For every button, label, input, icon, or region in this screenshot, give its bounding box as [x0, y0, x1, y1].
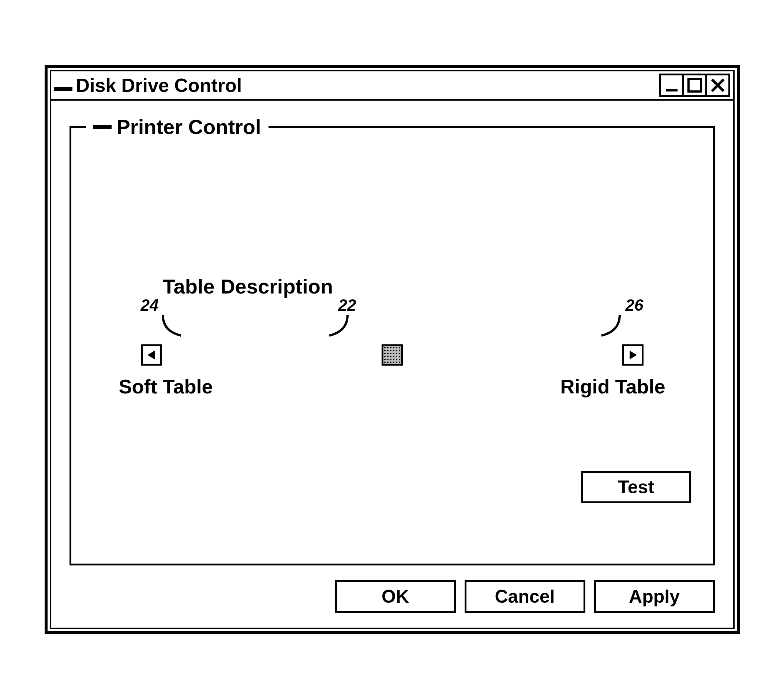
- callout-left-arrow: 24: [141, 296, 159, 315]
- group-legend: Printer Control: [86, 115, 268, 139]
- callout-curve-22: [324, 313, 353, 338]
- slider-thumb[interactable]: [382, 345, 403, 366]
- slider-label-left: Soft Table: [119, 375, 213, 398]
- callout-curve-24: [159, 313, 189, 338]
- test-row: Test: [89, 471, 691, 503]
- callout-thumb: 22: [338, 296, 356, 315]
- window-controls: [661, 74, 730, 97]
- svg-marker-5: [630, 351, 637, 359]
- dialog-inner: Disk Drive Control: [50, 70, 734, 629]
- slider-left-arrow-button[interactable]: [141, 345, 162, 366]
- apply-button[interactable]: Apply: [594, 580, 715, 613]
- callout-curve-26: [596, 313, 625, 338]
- title-decoration: [54, 87, 73, 91]
- minimize-icon: [664, 77, 680, 93]
- title-left: Disk Drive Control: [54, 74, 242, 96]
- slider-heading: Table Description: [163, 275, 695, 298]
- test-button[interactable]: Test: [581, 471, 691, 503]
- ok-button[interactable]: OK: [335, 580, 456, 613]
- printer-control-group: Printer Control Table Description 24 22: [69, 126, 715, 565]
- dialog-content: Printer Control Table Description 24 22: [51, 101, 733, 628]
- maximize-icon: [687, 77, 703, 93]
- close-button[interactable]: [705, 74, 730, 97]
- slider-label-right: Rigid Table: [560, 375, 665, 398]
- triangle-right-icon: [627, 350, 638, 361]
- slider-labels: Soft Table Rigid Table: [119, 375, 665, 398]
- dialog-window: Disk Drive Control: [45, 65, 740, 634]
- slider-right-arrow-button[interactable]: [622, 345, 643, 366]
- slider-area: Table Description 24 22 26: [89, 275, 695, 503]
- cancel-button[interactable]: Cancel: [465, 580, 586, 613]
- triangle-left-icon: [146, 350, 157, 361]
- window-title: Disk Drive Control: [76, 74, 242, 96]
- slider-track[interactable]: [141, 342, 643, 368]
- legend-decoration: [93, 125, 112, 129]
- maximize-button[interactable]: [682, 74, 707, 97]
- svg-marker-4: [147, 351, 155, 359]
- callouts: 24 22 26: [119, 302, 665, 342]
- svg-rect-0: [666, 89, 678, 91]
- dialog-footer: OK Cancel Apply: [69, 580, 715, 613]
- callout-right-arrow: 26: [625, 296, 643, 315]
- minimize-button[interactable]: [659, 74, 684, 97]
- close-icon: [710, 77, 726, 93]
- svg-rect-1: [688, 79, 701, 91]
- titlebar: Disk Drive Control: [51, 71, 733, 101]
- group-legend-text: Printer Control: [117, 115, 261, 139]
